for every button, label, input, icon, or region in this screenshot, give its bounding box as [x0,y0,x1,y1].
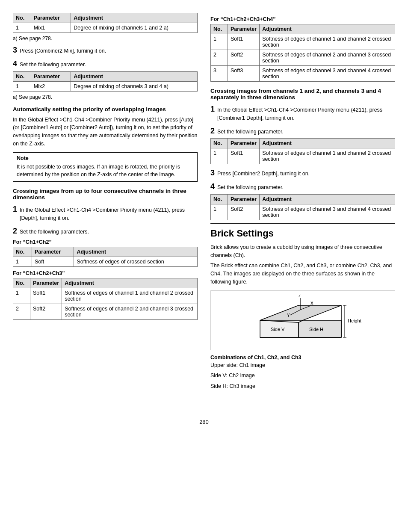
col-adjustment: Adjustment [260,24,395,34]
col-adjustment: Adjustment [71,71,198,81]
right-step-3-num: 3 [210,168,215,177]
crossing-step-1-text: In the Global Effect >Ch1-Ch4 >Combiner … [20,206,198,222]
section-auto-priority-heading: Automatically setting the priority of ov… [13,106,198,112]
right-step-1-num: 1 [210,105,215,114]
col-parameter: Parameter [32,247,74,257]
right-step-2-line: 2 Set the following parameter. [210,127,395,136]
brick-diagram-svg: Height Z Y X Side V Side H [243,295,363,346]
step-3-num: 3 [13,46,17,55]
col-parameter: Parameter [228,139,260,148]
step-4-line: 4 Set the following parameter. [13,59,198,69]
col-adjustment: Adjustment [74,247,198,257]
brick-settings-heading: Brick Settings [210,223,395,239]
side-h-label: Side H [309,327,323,332]
table-row: 1 Soft Softness of edges of crossed sect… [13,257,198,267]
svg-text:Y: Y [287,313,290,318]
section-cross-separate-heading: Crossing images from channels 1 and 2, a… [210,88,395,100]
for-ch1ch2-label: For “Ch1+Ch2” [13,239,198,245]
col-no: No. [211,194,228,204]
col-parameter: Parameter [30,278,62,288]
col-parameter: Parameter [228,194,260,204]
combo-heading: Combinations of Ch1, Ch2, and Ch3 [210,355,395,361]
table-row: 1 Soft2 Softness of edges of channel 3 a… [211,204,395,220]
table-mix1: No. Parameter Adjustment 1 Mix1 Degree o… [13,13,198,33]
table-row: 1 Soft1 Softness of edges of channel 1 a… [13,288,198,304]
note-text: It is not possible to cross images. If a… [17,163,194,179]
table-row: 1 Mix1 Degree of mixing of channels 1 an… [13,23,198,33]
left-column: No. Parameter Adjustment 1 Mix1 Degree o… [13,13,198,393]
note-label: Note [17,155,194,161]
crossing-step-1-num: 1 [13,205,17,214]
right-column: For “Ch1+Ch2+Ch3+Ch4” No. Parameter Adju… [210,13,395,393]
col-parameter: Parameter [228,24,260,34]
footnote1: a) See page 278. [13,35,198,41]
col-no: No. [13,71,31,81]
crossing-step-2-num: 2 [13,227,17,236]
table-row: 1 Mix2 Degree of mixing of channels 3 an… [13,81,198,91]
col-adjustment: Adjustment [260,194,395,204]
table-row: 1 Soft1 Softness of edges of channel 1 a… [211,34,395,50]
table-row: 3 Soft3 Softness of edges of channel 3 a… [211,66,395,82]
for-ch1234-label: For “Ch1+Ch2+Ch3+Ch4” [210,16,395,22]
table-ch1ch2ch3: No. Parameter Adjustment 1 Soft1 Softnes… [13,278,198,320]
table-row: 2 Soft2 Softness of edges of channel 2 a… [211,50,395,66]
for-ch1ch2ch3-label: For “Ch1+Ch2+Ch3” [13,270,198,276]
right-step-4-num: 4 [210,182,215,191]
table-right-step2: No. Parameter Adjustment 1 Soft1 Softnes… [210,138,395,164]
step-4-text: Set the following parameter. [20,61,86,69]
col-no: No. [13,278,30,288]
combo-line-2: Side V: Ch2 image [210,372,395,380]
brick-body-1: Brick allows you to create a cuboid by u… [210,243,395,260]
col-no: No. [13,13,31,23]
table-mix2: No. Parameter Adjustment 1 Mix2 Degree o… [13,71,198,92]
right-step-3-text: Press [Combiner2 Depth], turning it on. [217,170,310,178]
table-row: 2 Soft2 Softness of edges of channel 2 a… [13,304,198,320]
right-step-1-line: 1 In the Global Effect >Ch1-Ch4 >Combine… [210,105,395,122]
table-ch1234: No. Parameter Adjustment 1 Soft1 Softnes… [210,24,395,82]
table-right-step4: No. Parameter Adjustment 1 Soft2 Softnes… [210,194,395,220]
svg-text:X: X [310,301,313,306]
col-adjustment: Adjustment [260,139,395,148]
height-label: Height [348,318,361,323]
col-adjustment: Adjustment [71,13,198,23]
step-3-line: 3 Press [Combiner2 Mix], turning it on. [13,46,198,55]
col-parameter: Parameter [31,13,71,23]
col-no: No. [211,139,228,148]
right-step-3-line: 3 Press [Combiner2 Depth], turning it on… [210,168,395,178]
page-number: 280 [0,419,408,425]
section-auto-priority-body: In the Global Effect >Ch1-Ch4 >Combiner … [13,116,198,148]
col-parameter: Parameter [31,71,71,81]
step-4-num: 4 [13,59,17,68]
right-step-4-line: 4 Set the following parameter. [210,182,395,192]
right-step-4-text: Set the following parameter. [217,183,284,192]
section-crossing-heading: Crossing images from up to four consecut… [13,188,198,201]
col-no: No. [211,24,228,34]
crossing-step-1-line: 1 In the Global Effect >Ch1-Ch4 >Combine… [13,205,198,222]
step-3-text: Press [Combiner2 Mix], turning it on. [20,47,106,55]
col-adjustment: Adjustment [62,278,198,288]
brick-body-2: The Brick effect can combine Ch1, Ch2, a… [210,262,395,286]
combo-line-3: Side H: Ch3 image [210,382,395,390]
right-step-1-text: In the Global Effect >Ch1-Ch4 >Combiner … [217,106,395,122]
note-box: Note It is not possible to cross images.… [13,152,198,182]
table-ch1ch2: No. Parameter Adjustment 1 Soft Softness… [13,247,198,267]
svg-text:Z: Z [299,295,301,298]
right-step-2-num: 2 [210,127,215,136]
footnote2: a) See page 278. [13,94,198,100]
table-row: 1 Soft1 Softness of edges of channel 1 a… [211,148,395,164]
col-no: No. [13,247,32,257]
right-step-2-text: Set the following parameter. [217,128,284,136]
crossing-step-2-text: Set the following parameters. [20,228,89,236]
brick-figure: Height Z Y X Side V Side H [210,290,395,350]
crossing-step-2-line: 2 Set the following parameters. [13,227,198,236]
combo-line-1: Upper side: Ch1 image [210,361,395,369]
side-v-label: Side V [271,327,285,332]
